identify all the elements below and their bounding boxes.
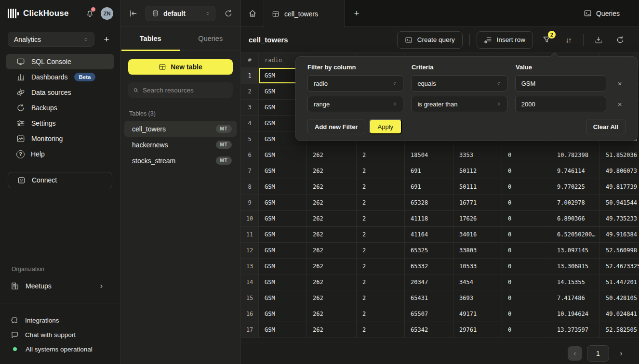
table-cell[interactable]: 2 (357, 147, 405, 163)
workspace-select[interactable]: Analytics (8, 32, 94, 47)
table-cell[interactable]: 65328 (405, 195, 453, 211)
table-cell[interactable]: 10.194624 (551, 306, 600, 322)
column-header-index[interactable]: # (241, 53, 259, 68)
table-cell[interactable]: 2 (357, 243, 405, 259)
table-cell[interactable]: 691 (405, 179, 453, 195)
table-cell[interactable]: 41118 (405, 211, 453, 227)
remove-filter-button[interactable]: × (614, 78, 626, 89)
sidebar-item-sql-console[interactable]: SQL Console (6, 54, 114, 69)
new-table-button[interactable]: New table (128, 59, 233, 75)
table-cell[interactable]: 262 (307, 179, 357, 195)
next-page-button[interactable]: › (614, 346, 628, 361)
sidebar-item-data-sources[interactable]: Data sources (6, 85, 114, 100)
notification-bell-icon[interactable] (84, 8, 95, 19)
current-page[interactable]: 1 (587, 345, 609, 362)
system-status-link[interactable]: All systems operational (0, 342, 120, 356)
insert-row-button[interactable]: Insert row (477, 31, 533, 49)
filter-value-input[interactable] (515, 96, 606, 112)
table-cell[interactable]: GSM (259, 322, 307, 338)
tab-cell-towers[interactable]: cell_towers (264, 0, 345, 27)
refresh-button[interactable] (612, 31, 628, 49)
tab-queries[interactable]: Queries (181, 27, 241, 50)
create-query-button[interactable]: Create query (397, 31, 463, 49)
table-cell[interactable]: 3353 (453, 147, 502, 163)
table-cell[interactable]: 10.782398 (551, 147, 600, 163)
table-cell[interactable]: 50111 (453, 179, 502, 195)
table-cell[interactable]: 2 (357, 259, 405, 274)
table-cell[interactable]: 262 (307, 306, 357, 322)
table-cell[interactable]: 13.097145 (551, 243, 600, 259)
filter-criteria-select[interactable]: is greater than (411, 96, 507, 112)
table-cell[interactable]: 2 (357, 211, 405, 227)
sidebar-item-backups[interactable]: Backups (6, 100, 114, 116)
table-cell[interactable]: 50.941544 (600, 195, 639, 211)
home-tab[interactable] (241, 0, 264, 26)
table-cell[interactable]: 262 (307, 259, 357, 274)
table-cell[interactable]: GSM (259, 306, 307, 322)
table-cell[interactable]: 0 (502, 163, 551, 179)
table-cell[interactable]: 65325 (405, 243, 453, 259)
sidebar-item-dashboards[interactable]: Dashboards Beta (6, 69, 114, 85)
table-cell[interactable]: 262 (307, 322, 357, 338)
database-select[interactable]: default (146, 6, 215, 21)
table-cell[interactable]: 6.890366 (551, 211, 600, 227)
table-cell[interactable]: 3693 (453, 290, 502, 306)
table-cell[interactable]: 2 (357, 274, 405, 290)
table-cell[interactable]: 49.735233 (600, 211, 639, 227)
table-cell[interactable]: 16771 (453, 195, 502, 211)
connect-button[interactable]: Connect (8, 172, 112, 188)
table-cell[interactable]: 18504 (405, 147, 453, 163)
table-cell[interactable]: 52.582505 (600, 322, 639, 338)
table-cell[interactable]: 49171 (453, 306, 502, 322)
table-item-cell-towers[interactable]: cell_towers MT (124, 121, 237, 137)
table-cell[interactable]: 29761 (453, 322, 502, 338)
apply-button[interactable]: Apply (369, 119, 402, 134)
table-cell[interactable]: 51.447201 (600, 274, 639, 290)
table-cell[interactable]: 51.852036 (600, 147, 639, 163)
table-cell[interactable]: 0 (502, 179, 551, 195)
table-cell[interactable]: 41164 (405, 227, 453, 243)
table-cell[interactable]: 65342 (405, 322, 453, 338)
prev-page-button[interactable]: ‹ (568, 346, 582, 361)
table-cell[interactable]: GSM (259, 211, 307, 227)
table-cell[interactable]: 0 (502, 306, 551, 322)
search-input[interactable] (143, 87, 228, 94)
table-cell[interactable]: 7.002978 (551, 195, 600, 211)
table-cell[interactable]: GSM (259, 147, 307, 163)
table-cell[interactable]: 50112 (453, 163, 502, 179)
table-cell[interactable]: GSM (259, 243, 307, 259)
table-cell[interactable]: 262 (307, 163, 357, 179)
table-cell[interactable]: 262 (307, 195, 357, 211)
sidebar-item-monitoring[interactable]: Monitoring (6, 131, 114, 146)
table-cell[interactable]: GSM (259, 163, 307, 179)
table-cell[interactable]: 34016 (453, 227, 502, 243)
table-cell[interactable]: 262 (307, 290, 357, 306)
table-cell[interactable]: GSM (259, 259, 307, 274)
table-cell[interactable]: 262 (307, 147, 357, 163)
table-cell[interactable]: 0 (502, 227, 551, 243)
table-cell[interactable]: 2 (357, 306, 405, 322)
table-cell[interactable]: 2 (357, 227, 405, 243)
table-cell[interactable]: 20347 (405, 274, 453, 290)
table-cell[interactable]: 6.52050200… (551, 227, 600, 243)
collapse-panel-icon[interactable] (128, 9, 138, 18)
integrations-link[interactable]: Integrations (0, 313, 120, 327)
table-cell[interactable]: 17626 (453, 211, 502, 227)
add-filter-button[interactable]: Add new Filter (307, 119, 365, 134)
avatar[interactable]: ZN (101, 7, 113, 20)
table-cell[interactable]: 262 (307, 211, 357, 227)
tab-tables[interactable]: Tables (120, 27, 181, 50)
sidebar-item-meetups[interactable]: Meetups › (0, 278, 120, 294)
table-cell[interactable]: 9.770225 (551, 179, 600, 195)
table-cell[interactable]: GSM (259, 274, 307, 290)
table-cell[interactable]: 262 (307, 227, 357, 243)
table-cell[interactable]: 2 (357, 195, 405, 211)
table-cell[interactable]: GSM (259, 227, 307, 243)
table-cell[interactable]: 2 (357, 322, 405, 338)
table-cell[interactable]: 691 (405, 163, 453, 179)
table-cell[interactable]: 262 (307, 274, 357, 290)
table-cell[interactable]: 0 (502, 274, 551, 290)
refresh-icon[interactable] (224, 9, 233, 18)
sidebar-item-help[interactable]: ? Help (6, 146, 114, 162)
table-cell[interactable]: 0 (502, 322, 551, 338)
